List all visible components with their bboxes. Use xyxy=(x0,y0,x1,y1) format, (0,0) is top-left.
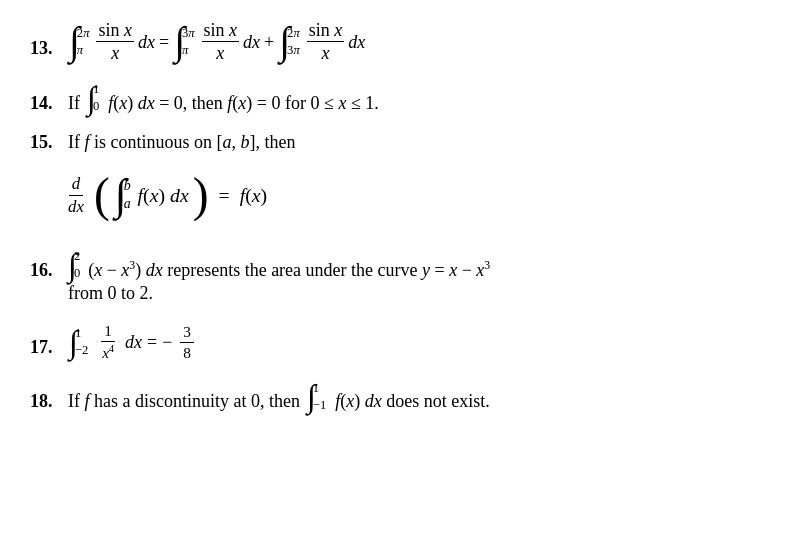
problem-15-header: 15. If f is continuous on [a, b], then xyxy=(30,132,296,153)
one-numerator: 1 xyxy=(101,322,115,342)
sinx-den-1: x xyxy=(109,42,121,64)
integral-3: ∫ 2π 3π xyxy=(278,22,302,62)
three-over-eight: 3 8 xyxy=(180,323,194,362)
d-dx-fraction: d dx xyxy=(65,174,87,217)
integral-15: ∫ b a xyxy=(114,173,134,217)
integral-lower-1: π xyxy=(77,43,90,58)
integral-upper-14: 1 xyxy=(93,82,99,97)
integral-limits-17: 1 −2 xyxy=(75,326,88,358)
integral-lower-17: −2 xyxy=(75,343,88,358)
eight-denominator: 8 xyxy=(180,343,194,362)
integral-15-group: ∫ b a f(x) dx xyxy=(114,173,189,217)
integral-limits-1: 2π π xyxy=(77,26,90,58)
integral-upper-17: 1 xyxy=(75,326,88,341)
problem-15-formula: d dx ( ∫ b a f(x) dx ) = f(x) xyxy=(62,173,267,217)
integral-lower-2: π xyxy=(182,43,195,58)
problem-17-content: ∫ 1 −2 1 x4 dx = − 3 8 xyxy=(68,322,197,362)
fx-result-15: f(x) xyxy=(240,184,267,207)
problem-16-from: from 0 to 2. xyxy=(68,283,153,303)
integral-14: ∫ 1 0 xyxy=(86,82,102,114)
problem-16: 16. ∫ 2 0 (x − x3) dx represents the are… xyxy=(30,249,775,304)
problem-18-text2: f(x) dx does not exist. xyxy=(335,391,490,412)
integral-upper-3: 2π xyxy=(287,26,300,41)
integral-upper-18: 1 xyxy=(313,381,326,396)
integral-lower-14: 0 xyxy=(93,99,99,114)
integral-upper-1: 2π xyxy=(77,26,90,41)
integral-lower-16: 0 xyxy=(74,266,80,281)
problem-13-content: ∫ 2π π sin x x dx = ∫ 3π π sin x x dx + xyxy=(68,20,365,64)
integral-lower-3: 3π xyxy=(287,43,300,58)
dx-1: dx xyxy=(138,32,155,53)
equals-17: = xyxy=(147,332,157,353)
equals-15: = xyxy=(219,184,230,207)
problem-14-fx: f(x) dx = 0, then f(x) = 0 for 0 ≤ x ≤ 1… xyxy=(108,93,379,114)
problem-15-text: If f is continuous on [a, b], then xyxy=(68,132,296,153)
problem-number-15: 15. xyxy=(30,132,62,153)
problem-14-text1: If xyxy=(68,93,80,114)
sinx-den-2: x xyxy=(214,42,226,64)
integral-upper-16: 2 xyxy=(74,249,80,264)
problem-13: 13. ∫ 2π π sin x x dx = ∫ 3π π sin x x xyxy=(30,20,775,64)
problem-16-expr: (x − x3) dx represents the area under th… xyxy=(88,259,490,281)
x4-denominator: x4 xyxy=(99,342,117,362)
integral-lower-15: a xyxy=(124,196,131,212)
dx-17: dx xyxy=(125,332,142,353)
integral-18: ∫ 1 −1 xyxy=(306,380,329,412)
problem-number-14: 14. xyxy=(30,93,62,114)
integral-limits-18: 1 −1 xyxy=(313,381,326,413)
dx-2: dx xyxy=(243,32,260,53)
sinx-num-3: sin x xyxy=(307,20,345,42)
problem-18: 18. If f has a discontinuity at 0, then … xyxy=(30,380,775,412)
integral-upper-15: b xyxy=(124,178,131,194)
problem-17: 17. ∫ 1 −2 1 x4 dx = − 3 8 xyxy=(30,322,775,362)
right-paren-15: ) xyxy=(193,174,209,217)
negative-sign-17: − xyxy=(162,332,172,353)
integral-limits-16: 2 0 xyxy=(74,249,80,281)
equals-1: = xyxy=(159,32,169,53)
dx-3: dx xyxy=(348,32,365,53)
sinx-num-1: sin x xyxy=(96,20,134,42)
problem-number-17: 17. xyxy=(30,337,62,358)
sinx-num-2: sin x xyxy=(202,20,240,42)
integral-17: ∫ 1 −2 xyxy=(68,326,91,358)
sinx-frac-2: sin x x xyxy=(202,20,240,64)
problem-15: 15. If f is continuous on [a, b], then d… xyxy=(30,132,775,231)
one-over-x4: 1 x4 xyxy=(99,322,117,362)
integral-lower-18: −1 xyxy=(313,398,326,413)
problem-number-16: 16. xyxy=(30,260,62,281)
fx-dx-15: f(x) dx xyxy=(138,184,189,207)
sinx-frac-1: sin x x xyxy=(96,20,134,64)
problem-number-13: 13. xyxy=(30,38,62,59)
integral-16: ∫ 2 0 xyxy=(67,249,83,281)
problem-16-row1: 16. ∫ 2 0 (x − x3) dx represents the are… xyxy=(30,249,775,281)
problem-number-18: 18. xyxy=(30,391,62,412)
integral-limits-3: 2π 3π xyxy=(287,26,300,58)
sinx-frac-3: sin x x xyxy=(307,20,345,64)
integral-upper-2: 3π xyxy=(182,26,195,41)
plus-1: + xyxy=(264,32,274,53)
problem-18-text1: If f has a discontinuity at 0, then xyxy=(68,391,300,412)
problem-16-row2: from 0 to 2. xyxy=(68,283,775,304)
sinx-den-3: x xyxy=(319,42,331,64)
d-numerator: d xyxy=(69,174,83,196)
left-paren-15: ( xyxy=(94,174,110,217)
integral-limits-14: 1 0 xyxy=(93,82,99,114)
three-numerator: 3 xyxy=(180,323,194,343)
integral-limits-2: 3π π xyxy=(182,26,195,58)
dx-denominator: dx xyxy=(65,196,87,217)
integral-1: ∫ 2π π xyxy=(68,22,92,62)
integral-limits-15: b a xyxy=(124,178,131,212)
problem-14: 14. If ∫ 1 0 f(x) dx = 0, then f(x) = 0 … xyxy=(30,82,775,114)
integral-2: ∫ 3π π xyxy=(173,22,197,62)
